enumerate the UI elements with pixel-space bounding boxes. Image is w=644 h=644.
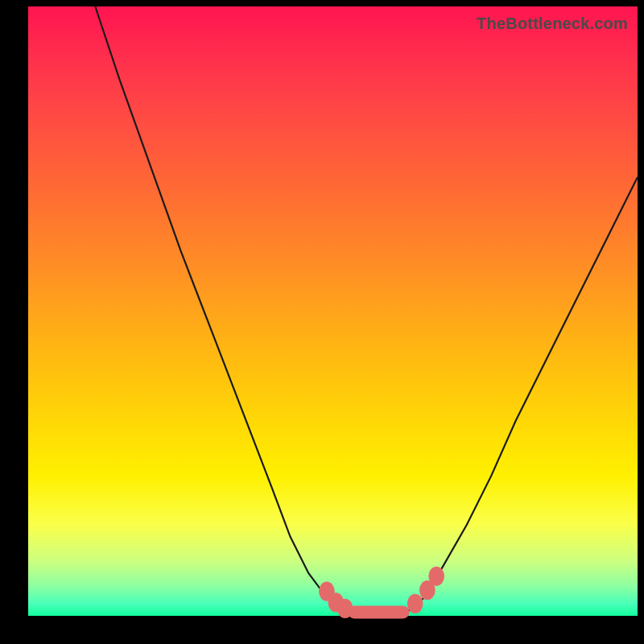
threshold-marker [428, 567, 444, 586]
right-curve [406, 177, 638, 613]
curve-layer [28, 6, 638, 616]
threshold-marker [407, 594, 423, 613]
left-curve [95, 6, 357, 613]
chart-frame: TheBottleneck.com [0, 0, 644, 644]
plot-area: TheBottleneck.com [28, 6, 638, 616]
threshold-marker [337, 599, 353, 618]
